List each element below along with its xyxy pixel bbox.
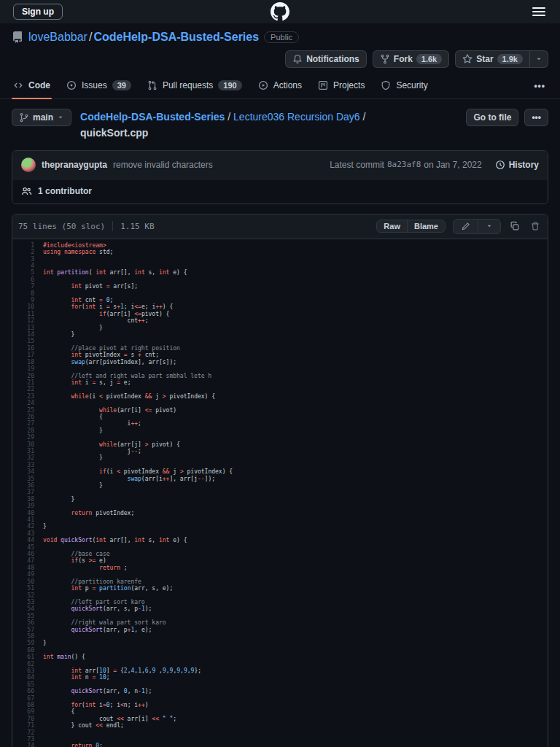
line-number[interactable]: 40	[12, 510, 43, 516]
breadcrumb-dir-link[interactable]: Lecture036 Recursion Day6	[233, 111, 360, 123]
line-number[interactable]: 63	[12, 667, 43, 674]
edit-dropdown-button[interactable]	[478, 219, 501, 234]
branch-selector-button[interactable]: main	[12, 109, 71, 126]
line-number[interactable]: 22	[12, 386, 43, 392]
line-number[interactable]: 39	[12, 503, 43, 509]
line-number[interactable]: 28	[12, 427, 43, 434]
line-number[interactable]: 23	[12, 393, 43, 400]
line-number[interactable]: 60	[12, 647, 43, 654]
line-number[interactable]: 57	[12, 627, 43, 633]
line-number[interactable]: 29	[12, 434, 43, 441]
line-number[interactable]: 61	[12, 654, 43, 660]
breadcrumb-repo-link[interactable]: CodeHelp-DSA-Busted-Series	[80, 111, 225, 123]
line-number[interactable]: 50	[12, 578, 43, 585]
repo-name-link[interactable]: CodeHelp-DSA-Busted-Series	[93, 31, 259, 43]
line-number[interactable]: 38	[12, 496, 43, 503]
line-number[interactable]: 73	[12, 736, 43, 743]
line-number[interactable]: 49	[12, 571, 43, 578]
line-number[interactable]: 16	[12, 345, 43, 352]
line-number[interactable]: 25	[12, 407, 43, 414]
line-number[interactable]: 8	[12, 290, 43, 297]
line-number[interactable]: 48	[12, 565, 43, 571]
line-number[interactable]: 14	[12, 331, 43, 338]
line-number[interactable]: 35	[12, 476, 43, 482]
line-number[interactable]: 37	[12, 489, 43, 495]
line-number[interactable]: 5	[12, 269, 43, 276]
line-number[interactable]: 44	[12, 537, 43, 543]
line-number[interactable]: 21	[12, 379, 43, 386]
line-number[interactable]: 46	[12, 551, 43, 557]
line-number[interactable]: 36	[12, 482, 43, 489]
raw-button[interactable]: Raw	[376, 220, 408, 233]
commit-message-link[interactable]: remove invalid characters	[113, 160, 213, 170]
line-number[interactable]: 72	[12, 729, 43, 736]
commit-sha-link[interactable]: 8a23af8	[387, 160, 421, 169]
line-number[interactable]: 59	[12, 640, 43, 646]
line-number[interactable]: 13	[12, 325, 43, 331]
line-number[interactable]: 6	[12, 276, 43, 283]
sign-up-button[interactable]: Sign up	[13, 4, 63, 20]
line-number[interactable]: 56	[12, 619, 43, 626]
line-number[interactable]: 30	[12, 441, 43, 448]
line-number[interactable]: 64	[12, 674, 43, 681]
line-number[interactable]: 68	[12, 702, 43, 708]
line-number[interactable]: 1	[12, 242, 43, 249]
tab-pull-requests[interactable]: Pull requests 190	[141, 74, 248, 98]
copy-icon[interactable]	[508, 221, 521, 231]
avatar[interactable]	[21, 158, 36, 172]
more-options-button[interactable]: •••	[524, 109, 548, 126]
line-number[interactable]: 62	[12, 661, 43, 667]
line-number[interactable]: 18	[12, 359, 43, 365]
github-logo-icon[interactable]	[271, 2, 289, 21]
repo-owner-link[interactable]: loveBabbar	[28, 31, 88, 43]
line-number[interactable]: 33	[12, 462, 43, 468]
line-number[interactable]: 17	[12, 352, 43, 358]
line-number[interactable]: 52	[12, 592, 43, 599]
commit-author-link[interactable]: thepranaygupta	[42, 160, 107, 170]
line-number[interactable]: 66	[12, 688, 43, 694]
tab-actions[interactable]: Actions	[252, 74, 308, 98]
line-number[interactable]: 34	[12, 468, 43, 475]
line-number[interactable]: 45	[12, 544, 43, 551]
line-number[interactable]: 2	[12, 249, 43, 255]
line-number[interactable]: 70	[12, 716, 43, 722]
hamburger-menu-icon[interactable]	[531, 4, 547, 19]
line-number[interactable]: 41	[12, 516, 43, 523]
blame-button[interactable]: Blame	[407, 220, 446, 233]
line-number[interactable]: 32	[12, 454, 43, 461]
line-number[interactable]: 74	[12, 743, 43, 747]
tab-security[interactable]: Security	[375, 74, 433, 98]
line-number[interactable]: 43	[12, 530, 43, 537]
line-number[interactable]: 67	[12, 695, 43, 702]
star-button[interactable]: Star 1.9k	[455, 50, 530, 68]
line-number[interactable]: 10	[12, 303, 43, 310]
tab-issues[interactable]: Issues 39	[61, 74, 137, 98]
line-number[interactable]: 51	[12, 585, 43, 592]
line-number[interactable]: 3	[12, 256, 43, 263]
line-number[interactable]: 58	[12, 633, 43, 640]
line-number[interactable]: 4	[12, 263, 43, 269]
tab-overflow-button[interactable]: •••	[526, 77, 553, 96]
line-number[interactable]: 26	[12, 414, 43, 420]
edit-pencil-button[interactable]	[453, 219, 478, 234]
history-link[interactable]: History	[495, 160, 539, 170]
line-number[interactable]: 65	[12, 681, 43, 688]
line-number[interactable]: 42	[12, 523, 43, 530]
line-number[interactable]: 7	[12, 283, 43, 290]
trash-icon[interactable]	[529, 221, 542, 231]
line-number[interactable]: 54	[12, 605, 43, 612]
line-number[interactable]: 12	[12, 317, 43, 324]
line-number[interactable]: 20	[12, 373, 43, 379]
line-number[interactable]: 19	[12, 365, 43, 372]
line-number[interactable]: 55	[12, 613, 43, 619]
line-number[interactable]: 11	[12, 311, 43, 317]
tab-code[interactable]: Code	[7, 74, 56, 98]
line-number[interactable]: 69	[12, 708, 43, 715]
line-number[interactable]: 24	[12, 400, 43, 406]
tab-projects[interactable]: Projects	[312, 74, 370, 98]
line-number[interactable]: 27	[12, 420, 43, 427]
line-number[interactable]: 9	[12, 297, 43, 303]
contributors-row[interactable]: 1 contributor	[12, 179, 548, 204]
notifications-button[interactable]: Notifications	[285, 50, 367, 68]
fork-button[interactable]: Fork 1.6k	[373, 50, 449, 68]
